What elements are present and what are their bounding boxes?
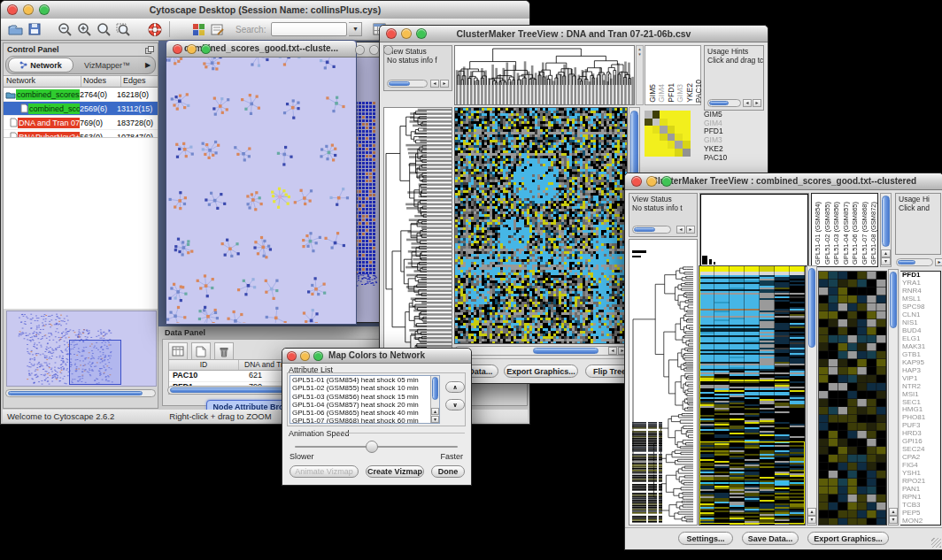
matrix-cell[interactable] [660,119,668,127]
column-label[interactable]: GPL51-03 (GSM856) [832,202,840,265]
column-label[interactable]: GIM3 [676,84,684,103]
vizmapper-icon[interactable] [189,21,207,37]
minimize-button[interactable] [300,351,310,361]
matrix-cell[interactable] [668,119,676,127]
scroll-down-arrow[interactable]: ▾ [807,516,816,524]
close-button[interactable] [386,28,397,39]
matrix-cell[interactable] [645,141,652,149]
annotation-icon[interactable] [209,21,227,37]
column-label[interactable]: GPL51-08 (GSM872) [869,202,877,265]
dendro-vscrollbar[interactable]: ▴▾ [636,45,644,105]
zoom-button[interactable] [313,351,323,361]
close-button[interactable] [631,176,642,187]
scroll-up-arrow[interactable]: ▴ [881,249,891,257]
matrix-cell[interactable] [645,111,652,119]
scroll-right-arrow[interactable]: ▸ [753,99,761,107]
tab-vizmapper[interactable]: VizMapper™ [73,61,141,70]
matrix-cell[interactable] [683,149,691,157]
tab-network[interactable]: Network [8,58,73,73]
search-dropdown-arrow[interactable]: ▼ [349,22,362,36]
zoom-selected-icon[interactable] [114,21,132,37]
heatmap-zoom-view[interactable] [818,271,887,525]
done-button[interactable]: Done [431,465,465,478]
scroll-down-arrow[interactable]: ▾ [431,416,439,423]
matrix-cell[interactable] [683,126,691,134]
matrix-cell[interactable] [645,119,652,127]
dp-col-id[interactable]: ID [169,360,239,370]
matrix-cell[interactable] [668,149,676,157]
col-network[interactable]: Network [4,76,81,87]
network-tree-row[interactable]: combined_sco2569(6)13112(15) [4,102,158,116]
minimize-button[interactable] [401,28,412,39]
attribute-item[interactable]: GPL51-07 (GSM868) heat shock 60 min [290,417,439,423]
gene-list-vscrollbar[interactable]: ▴ ▾ [888,269,899,525]
attribute-item[interactable]: GPL51-06 (GSM865) heat shock 40 min [290,409,439,417]
col-nodes[interactable]: Nodes [81,76,121,87]
matrix-cell[interactable] [645,149,652,157]
close-button[interactable] [173,44,182,54]
matrix-cell[interactable] [675,149,683,157]
matrix-cell[interactable] [675,119,683,127]
matrix-cell[interactable] [675,111,683,119]
row-dendrogram[interactable] [383,107,452,360]
matrix-cell[interactable] [683,119,691,127]
matrix-cell[interactable] [660,126,668,134]
column-labels[interactable]: GPL51-01 (GSM854)GPL51-02 (GSM855)GPL51-… [811,193,878,267]
heatmap-hscrollbar[interactable]: ◂ ▸ [454,346,628,356]
matrix-cell[interactable] [645,134,652,142]
control-panel-hscrollbar[interactable] [5,389,156,397]
matrix-cell[interactable] [660,149,668,157]
matrix-cell[interactable] [660,141,668,149]
network-tree-row[interactable]: combined_scores2764(0)16218(0) [4,88,158,102]
attribute-item[interactable]: GPL51-02 (GSM855) heat shock 10 min [290,384,439,392]
attribute-select-icon[interactable] [168,342,188,360]
column-dendrogram[interactable] [699,193,809,267]
matrix-cell[interactable] [675,126,683,134]
export-graphics-button[interactable]: Export Graphics... [807,532,889,545]
gene-label-list[interactable]: GIM5GIM4PFD1GIM3YKE2PAC10 [704,111,762,162]
attribute-item[interactable]: GPL51-03 (GSM856) heat shock 15 min [290,393,439,401]
scroll-up-arrow[interactable]: ▴ [807,508,816,516]
col-edges[interactable]: Edges [121,76,158,87]
zoom-in-icon[interactable] [75,21,93,37]
matrix-cell[interactable] [675,134,683,142]
heatmap-main[interactable] [454,107,628,344]
create-vizmap-button[interactable]: Create Vizmap [366,465,424,478]
matrix-cell[interactable] [675,141,683,149]
matrix-cell[interactable] [668,111,676,119]
zoom-fit-icon[interactable] [95,21,112,37]
move-up-button[interactable]: ∧ [445,381,465,393]
matrix-cell[interactable] [652,111,660,119]
float-panel-icon[interactable] [145,42,154,58]
column-labels[interactable]: GIM5GIM4PFD1GIM3YKE2PAC10 [645,45,701,105]
matrix-cell[interactable] [668,126,676,134]
scroll-down-arrow[interactable]: ▾ [889,516,898,524]
heatmap-main[interactable] [699,265,806,525]
resize-grip[interactable] [931,538,941,548]
attribute-item[interactable]: GPL51-04 (GSM857) heat shock 20 min [290,401,439,409]
zoom-out-icon[interactable] [56,21,73,37]
zoom-button[interactable] [383,45,393,55]
scroll-left-arrow[interactable]: ◂ [430,80,439,88]
scroll-left-arrow[interactable]: ◂ [608,347,617,355]
settings-button[interactable]: Settings... [678,532,733,545]
row-dendrogram[interactable] [629,239,698,525]
view-status-hscrollbar[interactable] [387,80,428,88]
matrix-cell[interactable] [645,126,652,134]
move-down-button[interactable]: ∨ [445,399,465,410]
save-icon[interactable] [26,21,43,37]
animate-vizmap-button[interactable]: Animate Vizmap [290,465,359,478]
birdseye-view[interactable] [6,311,157,387]
column-label[interactable]: YKE2 [685,83,694,103]
usage-hints-hscrollbar[interactable] [896,258,933,266]
zoom-button[interactable] [661,176,672,187]
matrix-cell[interactable] [683,111,691,119]
matrix-cell[interactable] [660,111,668,119]
open-file-icon[interactable] [6,21,24,37]
search-input[interactable] [271,22,347,36]
save-data-button[interactable]: Save Data... [742,532,799,545]
scroll-up-arrow[interactable]: ▴ [431,408,439,415]
zoom-button[interactable] [201,44,211,54]
speed-slider-thumb[interactable] [366,441,378,453]
scroll-right-arrow[interactable]: ▸ [440,80,449,88]
